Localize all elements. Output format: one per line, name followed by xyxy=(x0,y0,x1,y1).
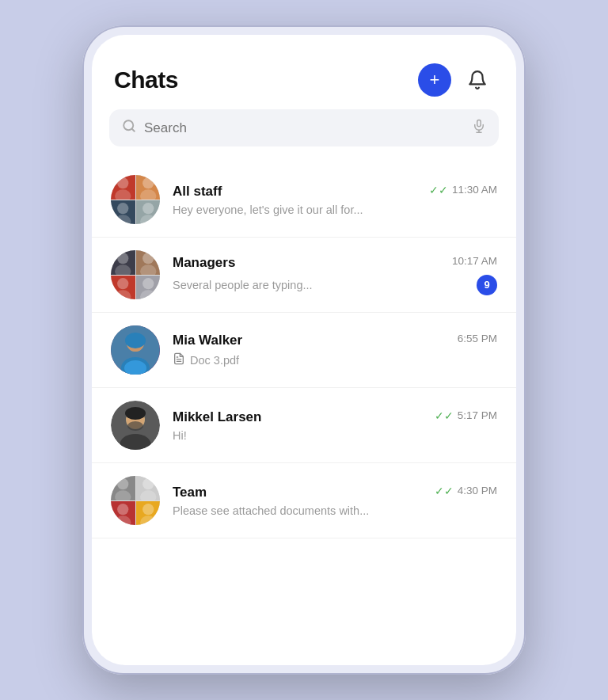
chat-body: All staff ✓✓ 11:30 AM Hey everyone, let'… xyxy=(173,184,497,216)
chat-time: 11:30 AM xyxy=(452,184,497,196)
svg-point-7 xyxy=(142,177,154,188)
header: Chats + xyxy=(92,35,516,109)
phone-screen: Chats + xyxy=(92,35,516,665)
list-item[interactable]: Mia Walker 6:55 PM xyxy=(92,313,516,388)
svg-point-11 xyxy=(142,203,154,214)
chat-body: Managers 10:17 AM Several people are typ… xyxy=(173,255,497,295)
new-chat-button[interactable]: + xyxy=(418,63,451,97)
svg-point-6 xyxy=(115,189,131,199)
chat-meta: 6:55 PM xyxy=(458,333,497,344)
svg-point-13 xyxy=(117,253,128,264)
chat-time: 4:30 PM xyxy=(458,485,497,496)
chat-body: Team ✓✓ 4:30 PM Please see attached docu… xyxy=(173,485,497,517)
svg-point-10 xyxy=(115,215,131,224)
chat-preview: Please see attached documents with... xyxy=(173,504,369,517)
svg-point-8 xyxy=(140,189,156,199)
header-icons: + xyxy=(418,63,494,97)
svg-point-40 xyxy=(115,515,131,525)
svg-point-5 xyxy=(117,177,128,188)
svg-point-26 xyxy=(125,333,146,348)
svg-point-17 xyxy=(117,278,128,289)
chat-meta: 10:17 AM xyxy=(452,255,497,267)
svg-point-41 xyxy=(142,504,154,515)
chat-name: Mia Walker xyxy=(173,333,242,348)
avatar xyxy=(111,325,160,375)
read-receipt-icon: ✓✓ xyxy=(429,184,448,196)
list-item[interactable]: Team ✓✓ 4:30 PM Please see attached docu… xyxy=(92,463,516,538)
chat-time: 10:17 AM xyxy=(452,255,497,267)
svg-point-36 xyxy=(115,490,131,500)
svg-point-19 xyxy=(142,278,154,289)
avatar xyxy=(111,401,160,450)
avatar xyxy=(111,175,160,224)
list-item[interactable]: All staff ✓✓ 11:30 AM Hey everyone, let'… xyxy=(92,162,516,238)
chat-name: All staff xyxy=(173,184,222,200)
file-name: Doc 3.pdf xyxy=(190,354,239,367)
file-icon xyxy=(173,352,185,367)
avatar xyxy=(111,250,160,299)
chat-time: 6:55 PM xyxy=(458,333,497,344)
chat-name: Managers xyxy=(173,255,235,271)
mic-icon[interactable] xyxy=(472,119,486,137)
chat-body: Mia Walker 6:55 PM xyxy=(173,333,497,367)
search-icon xyxy=(122,119,136,137)
svg-point-18 xyxy=(115,290,131,299)
svg-point-37 xyxy=(142,478,154,489)
chat-name: Mikkel Larsen xyxy=(173,409,261,425)
search-input[interactable] xyxy=(144,120,464,136)
chat-preview: Several people are typing... xyxy=(173,279,313,291)
svg-rect-2 xyxy=(477,120,481,127)
search-bar xyxy=(109,109,499,146)
svg-point-16 xyxy=(140,264,156,274)
chat-meta: ✓✓ 4:30 PM xyxy=(435,485,497,497)
chat-name: Team xyxy=(173,485,207,500)
svg-point-14 xyxy=(115,264,131,274)
chat-body: Mikkel Larsen ✓✓ 5:17 PM Hi! xyxy=(173,409,497,442)
chat-list: All staff ✓✓ 11:30 AM Hey everyone, let'… xyxy=(92,162,516,665)
bell-icon xyxy=(467,70,488,90)
chat-time: 5:17 PM xyxy=(458,409,497,421)
file-preview: Doc 3.pdf xyxy=(173,352,239,367)
chat-meta: ✓✓ 5:17 PM xyxy=(435,409,497,422)
svg-point-12 xyxy=(140,215,156,224)
read-receipt-icon: ✓✓ xyxy=(435,485,454,497)
chat-meta: ✓✓ 11:30 AM xyxy=(429,184,497,196)
list-item[interactable]: Managers 10:17 AM Several people are typ… xyxy=(92,238,516,313)
read-receipt-icon: ✓✓ xyxy=(435,409,454,422)
unread-badge: 9 xyxy=(477,275,497,295)
chat-preview: Hi! xyxy=(173,429,187,442)
phone-shell: Chats + xyxy=(0,0,608,700)
svg-point-20 xyxy=(140,290,156,299)
search-container xyxy=(92,109,516,162)
bell-button[interactable] xyxy=(461,63,494,97)
svg-point-42 xyxy=(140,515,156,525)
avatar xyxy=(111,476,160,525)
svg-point-38 xyxy=(140,490,156,500)
svg-point-39 xyxy=(117,504,128,515)
chat-preview: Hey everyone, let's give it our all for.… xyxy=(173,204,363,216)
list-item[interactable]: Mikkel Larsen ✓✓ 5:17 PM Hi! xyxy=(92,388,516,463)
svg-point-34 xyxy=(125,407,146,420)
svg-point-15 xyxy=(142,253,154,264)
svg-point-33 xyxy=(127,421,143,431)
svg-point-35 xyxy=(117,478,128,489)
svg-line-1 xyxy=(131,128,134,131)
page-title: Chats xyxy=(114,67,178,93)
phone-frame: Chats + xyxy=(82,25,526,675)
svg-point-9 xyxy=(117,203,128,214)
